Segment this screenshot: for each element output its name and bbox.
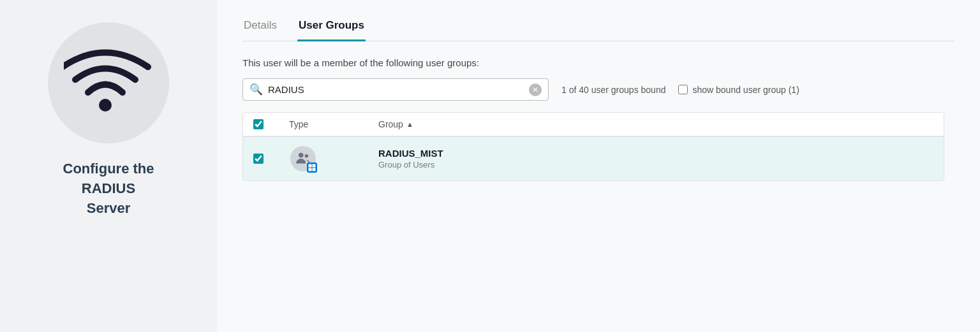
sidebar-title: Configure the RADIUS Server xyxy=(63,159,154,218)
wifi-icon xyxy=(64,38,153,127)
svg-rect-6 xyxy=(313,168,316,171)
svg-point-0 xyxy=(99,99,112,112)
header-group[interactable]: Group ▲ xyxy=(378,119,933,129)
sort-arrow-icon: ▲ xyxy=(406,120,413,128)
windows-icon xyxy=(308,164,316,171)
search-icon: 🔍 xyxy=(249,83,263,96)
bound-info: 1 of 40 user groups bound xyxy=(561,85,665,95)
table-container: Type Group ▲ xyxy=(242,112,944,181)
header-checkbox-col xyxy=(253,119,276,129)
row-checkbox-col xyxy=(253,154,276,164)
search-input[interactable] xyxy=(268,84,524,95)
row-type-icon-col xyxy=(289,145,366,173)
svg-rect-4 xyxy=(313,164,316,168)
row-info: RADIUS_MIST Group of Users xyxy=(378,148,933,170)
user-groups-description: This user will be a member of the follow… xyxy=(242,57,954,68)
svg-rect-3 xyxy=(309,164,312,168)
table-row[interactable]: RADIUS_MIST Group of Users xyxy=(243,136,944,180)
sidebar: Configure the RADIUS Server xyxy=(0,0,217,332)
table-header: Type Group ▲ xyxy=(243,113,944,136)
show-bound-text: show bound user group (1) xyxy=(692,85,799,95)
row-icon-container xyxy=(289,145,317,173)
svg-point-1 xyxy=(299,153,304,158)
main-content: Details User Groups This user will be a … xyxy=(217,0,980,332)
clear-icon[interactable]: ✕ xyxy=(529,83,542,96)
svg-rect-5 xyxy=(309,168,312,171)
row-subtext: Group of Users xyxy=(378,160,443,170)
wifi-icon-container xyxy=(45,19,172,147)
tab-user-groups[interactable]: User Groups xyxy=(297,13,366,41)
show-bound-label[interactable]: show bound user group (1) xyxy=(678,85,799,95)
wifi-circle xyxy=(48,22,169,143)
row-checkbox[interactable] xyxy=(253,154,264,164)
select-all-checkbox[interactable] xyxy=(253,119,264,129)
svg-point-2 xyxy=(305,154,308,157)
header-type: Type xyxy=(289,119,366,129)
search-row: 🔍 ✕ 1 of 40 user groups bound show bound… xyxy=(242,78,954,101)
search-box[interactable]: 🔍 ✕ xyxy=(242,78,549,101)
row-name: RADIUS_MIST xyxy=(378,148,443,159)
show-bound-checkbox[interactable] xyxy=(678,85,688,94)
windows-badge xyxy=(307,162,317,173)
tabs-container: Details User Groups xyxy=(242,13,954,41)
tab-details[interactable]: Details xyxy=(242,13,278,41)
